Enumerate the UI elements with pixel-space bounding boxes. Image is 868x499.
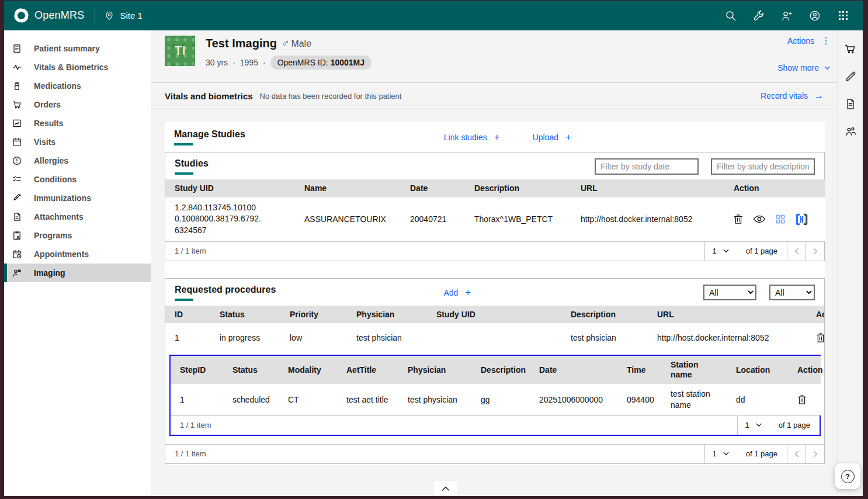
attachment-icon [12,212,22,222]
patient-name: Test Imaging [206,37,277,50]
requested-procedures-section: Requested procedures Add + All All [165,278,825,464]
procedure-filter-select-2[interactable]: All [769,285,815,300]
add-user-button[interactable] [773,1,801,30]
col-action: Action [724,179,825,197]
sidebar-item-patient-summary[interactable]: Patient summary [4,39,151,58]
kebab-icon: ⋮ [821,35,831,46]
series-grid-button[interactable] [776,214,785,224]
sidebar-item-medications[interactable]: Medications [4,77,151,95]
delete-procedure-button[interactable] [816,332,824,343]
requested-procedures-pagination: 1 / 1 item 1 of 1 page [165,444,824,463]
implementer-tools-button[interactable] [745,1,773,30]
patient-id-value: 10001MJ [331,58,364,67]
sidebar-item-vitals-biometrics[interactable]: Vitals & Biometrics [4,58,151,77]
vitals-header-bar: Vitals and biometrics No data has been r… [151,82,838,109]
study-row: 1.2.840.113745.101000.1008000.38179.6792… [165,197,825,241]
studies-pagination: 1 / 1 item 1 of 1 page [165,241,824,261]
step-description-cell: gg [471,384,530,415]
study-description-filter-input[interactable] [711,158,815,175]
col-step-id: StepID [171,356,223,384]
activity-icon [12,62,22,72]
study-date-filter-input[interactable] [595,158,699,175]
vitals-title: Vitals and biometrics [165,91,253,101]
add-procedure-button[interactable]: Add + [443,287,471,299]
col-id: ID [165,306,210,324]
next-page-button[interactable] [805,445,824,463]
app-switcher-button[interactable] [829,1,857,30]
col-url: URL [648,306,807,324]
visit-note-button[interactable] [838,90,863,117]
studies-title: Studies [175,158,209,169]
col-status: Status [223,356,279,384]
procedure-physician-cell: test phsician [347,323,427,352]
link-studies-button[interactable]: Link studies + [444,131,500,143]
patient-sex: Male [291,39,311,49]
search-button[interactable] [717,1,745,30]
chevron-right-icon [813,248,818,255]
page-select[interactable]: 1 [704,445,737,463]
chevron-left-icon [794,248,799,255]
patient-lists-button[interactable] [838,117,863,145]
sidebar-item-orders[interactable]: Orders [4,95,151,114]
brand-block[interactable]: OpenMRS [13,8,84,23]
study-uid-cell: 1.2.840.113745.101000.1008000.38179.6792… [165,197,295,241]
sidebar-item-programs[interactable]: Programs [4,226,151,245]
user-add-icon [781,10,793,22]
accent-bar [175,172,193,175]
delete-study-button[interactable] [734,214,743,224]
chevron-down-icon [824,66,831,70]
clinical-forms-button[interactable] [838,63,863,90]
sidebar-item-immunizations[interactable]: Immunizations [4,189,151,207]
procedure-priority-cell: low [280,323,347,352]
app-switcher-icon [838,11,848,20]
patient-birth-year: 1995 [240,58,258,67]
page-select[interactable]: 1 [704,242,737,261]
ohif-viewer-icon [795,213,808,226]
record-vitals-link[interactable]: Record vitals → [761,90,824,102]
requested-procedures-table: ID Status Priority Physician Study UID D… [165,306,824,353]
sidebar-item-visits[interactable]: Visits [4,133,151,151]
report-icon [12,43,22,54]
step-physician-cell: test physician [398,384,471,415]
show-more-button[interactable]: Show more [777,63,831,72]
help-button[interactable]: ? [835,463,860,489]
view-study-button[interactable] [753,214,766,224]
sidebar-item-appointments[interactable]: Appointments [4,245,151,264]
arrow-right-icon: → [814,90,824,102]
actions-menu-button[interactable]: Actions ⋮ [787,35,831,46]
step-station-name-cell: test station name [661,384,727,415]
sidebar-item-imaging[interactable]: Imaging [4,264,151,282]
prev-page-button[interactable] [787,242,805,261]
collapse-panel-button[interactable] [434,481,457,496]
sidebar-item-attachments[interactable]: Attachments [4,207,151,226]
search-icon [725,10,737,22]
next-page-button[interactable] [805,242,824,261]
people-icon [845,126,857,137]
manage-studies-header: Manage Studies Link studies + Upload + [165,122,825,151]
delete-step-button[interactable] [797,394,807,405]
procedure-filter-select-1[interactable]: All [703,285,756,300]
studies-table: Study UID Name Date Description URL Acti… [165,179,825,241]
checklist-icon [12,174,22,185]
step-status-cell: scheduled [223,384,279,415]
order-basket-button[interactable] [838,35,863,63]
open-ohif-viewer-button[interactable] [795,213,808,226]
patient-id-badge: OpenMRS ID: 10001MJ [270,56,371,70]
col-name: Name [295,179,401,197]
page-select[interactable]: 1 [737,416,769,435]
col-description: Description [465,179,571,197]
cart-icon [12,99,22,110]
manage-studies-title: Manage Studies [174,129,245,140]
sidebar-item-allergies[interactable]: Allergies [4,151,151,170]
location-button[interactable]: Site 1 [105,11,142,20]
sidebar-item-conditions[interactable]: Conditions [4,170,151,189]
user-menu-button[interactable] [801,1,829,30]
upload-button[interactable]: Upload + [533,131,571,143]
location-pin-icon [105,11,114,20]
sidebar-item-results[interactable]: Results [4,114,151,133]
prev-page-button[interactable] [787,445,805,463]
calendar-clock-icon [12,249,22,259]
col-physician: Physician [398,356,471,384]
patient-avatar: TI [165,36,195,66]
col-aet-title: AetTitle [337,356,398,384]
